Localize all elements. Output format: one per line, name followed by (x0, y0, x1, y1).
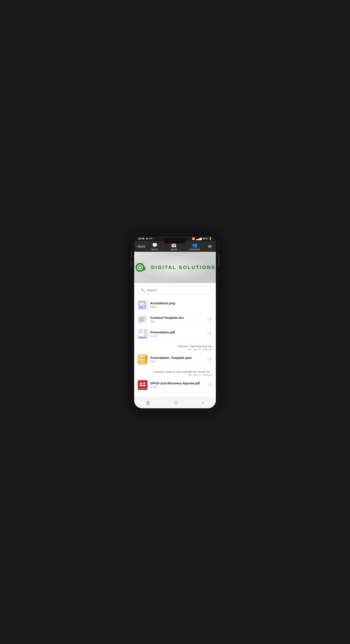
android-nav-bar: ||| ☐ ‹ (134, 397, 216, 408)
pptx-file-icon: DIGITAL TRENDS ANNUAL REPORT (138, 355, 148, 364)
file-item[interactable]: PNG Annotations.png 592 k (138, 298, 212, 312)
file-info: GPUS-Just-Recovery-Agenda.pdf 5.3 M (150, 382, 205, 389)
tab-participants[interactable]: 👥 Participants (188, 242, 202, 251)
svg-rect-19 (139, 334, 142, 334)
status-right: 📶 ▂▄▆ 87% 🔋 (192, 237, 212, 240)
svg-text:PNG: PNG (140, 306, 143, 308)
file-name: Contract-Template.doc (150, 316, 205, 320)
svg-rect-17 (139, 332, 142, 332)
file-size: 70 k (150, 360, 205, 363)
mail-icon: ✉ (208, 244, 212, 249)
svg-text:DIGITAL: DIGITAL (140, 357, 148, 359)
svg-point-3 (139, 266, 141, 269)
mail-button[interactable]: ✉ (206, 243, 214, 250)
file-size: 592 k (150, 306, 212, 308)
file-size: 31 k (150, 320, 205, 323)
search-icon: 🔍 (141, 288, 145, 292)
session-title: Session: How to Use LinkedIn for Social … (138, 370, 212, 374)
power-button[interactable] (218, 254, 219, 266)
svg-text:JUST RECOVERY: JUST RECOVERY (139, 388, 148, 389)
file-size: 5.1 M (150, 334, 205, 338)
interact-icon: 💬 (152, 242, 158, 248)
file-name: Presentation_Template.pptx (150, 356, 205, 360)
android-back-button[interactable]: ‹ (198, 399, 208, 406)
battery-icon: 🔋 (209, 237, 212, 240)
back-label: Back (138, 245, 145, 248)
signal-icon: ▂▄▆ (196, 237, 201, 240)
wifi-icon: 📶 (192, 237, 195, 240)
volume-down-button[interactable] (131, 260, 132, 267)
file-thumbnail: DIGITAL (138, 329, 148, 339)
session-title: Session: Opening Keynote (138, 344, 212, 348)
pptx-icon: DIGITAL TRENDS ANNUAL REPORT (138, 355, 148, 364)
battery-display: 87% (203, 237, 208, 240)
file-thumbnail: JUST RECOVERY (138, 380, 148, 390)
file-item[interactable]: Contract-Template.doc 31 k (138, 312, 212, 327)
file-item[interactable]: DIGITAL Presentation.pdf 5.1 M (138, 327, 212, 342)
hero-logo: DIGITAL SOLUTIONS (135, 261, 215, 274)
recovery-icon: JUST RECOVERY (138, 380, 148, 390)
download-cloud-icon (207, 331, 212, 336)
download-cloud-icon (207, 356, 212, 361)
tab-agenda-label: Agenda (170, 248, 177, 250)
tab-interact[interactable]: 💬 Interact (150, 242, 160, 251)
download-icon[interactable] (207, 316, 212, 322)
session-date: Fri, Jan 27, 8:00 pm (138, 348, 212, 351)
file-list: PNG Annotations.png 592 k (138, 298, 212, 397)
back-button[interactable]: ‹ Back (136, 244, 145, 248)
svg-rect-15 (139, 330, 142, 331)
file-info: Presentation.pdf 5.1 M (150, 330, 205, 338)
tab-interact-label: Interact (151, 248, 158, 250)
back-arrow-icon: ‹ (136, 244, 138, 248)
download-icon[interactable] (207, 356, 212, 362)
download-cloud-icon (207, 316, 212, 321)
download-cloud-icon (207, 382, 212, 387)
svg-rect-18 (139, 333, 143, 333)
file-thumbnail: DIGITAL TRENDS ANNUAL REPORT (138, 355, 148, 364)
session-date: Fri, Jan 27, 9:00 pm (138, 374, 212, 376)
content-area: 🔍 (134, 283, 216, 397)
svg-point-32 (143, 382, 145, 384)
file-item[interactable]: DIGITAL TRENDS ANNUAL REPORT Presentatio… (138, 352, 212, 367)
pdf-icon: DIGITAL (138, 329, 148, 339)
file-thumbnail (138, 314, 148, 324)
recovery-file-icon: JUST RECOVERY (138, 380, 148, 390)
svg-text:DIGITAL: DIGITAL (139, 336, 147, 338)
tab-participants-label: Participants (189, 248, 200, 250)
hero-banner: DIGITAL SOLUTIONS (134, 252, 216, 283)
svg-rect-16 (139, 332, 143, 332)
doc-icon (138, 314, 148, 324)
recent-apps-button[interactable]: ||| (142, 399, 154, 406)
svg-point-10 (143, 304, 144, 304)
svg-point-5 (144, 266, 146, 268)
file-name: GPUS-Just-Recovery-Agenda.pdf (150, 382, 205, 385)
session-label: Session: How to Use LinkedIn for Social … (138, 367, 212, 378)
logo-text: DIGITAL SOLUTIONS (151, 264, 215, 270)
search-input[interactable] (147, 288, 209, 292)
pdf-file-icon: DIGITAL (138, 329, 148, 339)
status-left: 16:46 ⏺ ⊙ ✧ • (138, 237, 153, 240)
search-bar[interactable]: 🔍 (138, 286, 212, 294)
svg-point-33 (140, 384, 142, 386)
logo-svg (135, 261, 148, 274)
participants-icon: 👥 (192, 242, 197, 248)
volume-up-button[interactable] (131, 251, 132, 258)
file-item[interactable]: JUST RECOVERY GPUS-Just-Recovery-Agenda.… (138, 378, 212, 392)
download-icon[interactable] (207, 331, 212, 337)
file-name: Annotations.png (150, 302, 212, 305)
svg-text:ANNUAL REPORT: ANNUAL REPORT (139, 363, 148, 364)
png-icon: PNG (138, 300, 148, 310)
file-info: Annotations.png 592 k (150, 302, 212, 308)
file-name: Presentation.pdf (150, 330, 205, 334)
file-info: Presentation_Template.pptx 70 k (150, 356, 205, 363)
phone-screen: 16:46 ⏺ ⊙ ✧ • 📶 ▂▄▆ 87% 🔋 ‹ Back 💬 Inter… (134, 236, 216, 408)
download-icon[interactable] (207, 382, 212, 388)
home-button[interactable]: ☐ (170, 399, 182, 406)
file-size: 5.3 M (150, 386, 205, 389)
file-info: Contract-Template.doc 31 k (150, 316, 205, 323)
notch (164, 238, 186, 244)
time-display: 16:46 (138, 237, 145, 240)
svg-point-31 (140, 382, 142, 384)
png-file-icon: PNG (139, 301, 147, 309)
phone-frame: 16:46 ⏺ ⊙ ✧ • 📶 ▂▄▆ 87% 🔋 ‹ Back 💬 Inter… (132, 233, 218, 411)
